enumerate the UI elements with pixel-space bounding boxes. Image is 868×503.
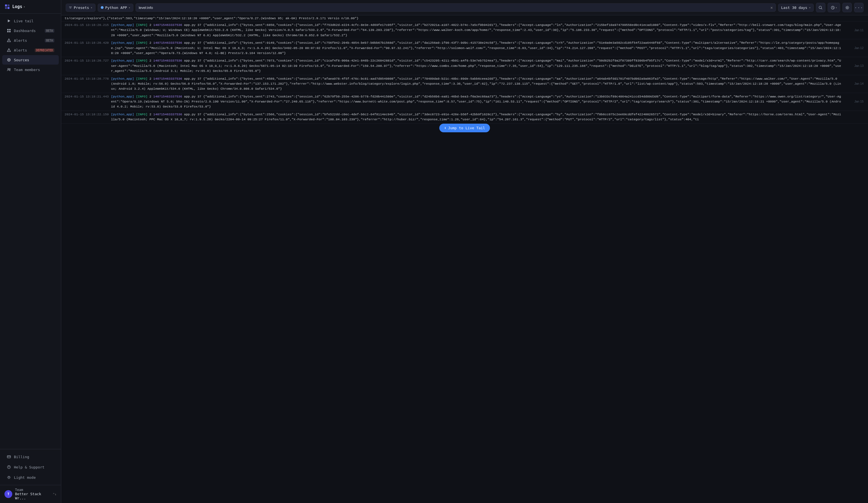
dashboards-icon — [7, 28, 11, 33]
svg-rect-17 — [7, 456, 11, 458]
settings-button[interactable] — [843, 3, 852, 12]
sidebar-item-alerts-deprecated[interactable]: Alerts DEPRECATED — [2, 45, 59, 55]
date-separator: Jan 15 — [854, 99, 864, 104]
table-row: 2024-01-15 13:18:20.215 [python_app] [IN… — [61, 21, 868, 39]
clock-icon — [831, 6, 835, 10]
search-icon — [818, 6, 823, 10]
sidebar-item-dashboards[interactable]: Dashboards BETA — [2, 26, 59, 35]
app-selector-button[interactable]: Python APP ▾ — [98, 4, 133, 12]
clock-button[interactable]: ▾ — [828, 3, 840, 12]
sidebar-header: Logs ▾ — [0, 0, 61, 14]
app-chevron-icon: ▾ — [128, 6, 130, 9]
team-members-icon — [7, 68, 11, 72]
svg-point-14 — [8, 59, 9, 60]
log-first-partial: ts/category/explore"},{"status":503,"tim… — [61, 15, 868, 21]
sidebar-nav: Live tail Dashboards BETA — [0, 14, 61, 449]
log-content[interactable]: ts/category/explore"},{"status":503,"tim… — [61, 15, 868, 503]
alerts-beta-badge: BETA — [45, 39, 54, 42]
table-row: 2024-01-15 13:18:20.727 [python_app] [IN… — [61, 57, 868, 75]
sidebar-item-team-members[interactable]: Team members — [2, 65, 59, 74]
search-bar: ✕ — [136, 3, 776, 12]
svg-marker-4 — [8, 20, 10, 22]
date-separator: Jan 14 — [854, 81, 864, 86]
sidebar-bottom: Billing Help & Support — [0, 449, 61, 485]
jump-btn-container: ⬇ Jump to Live Tail — [61, 124, 868, 132]
date-separator: Jan 12 — [854, 46, 864, 51]
log-timestamp: 2024-01-15 13:18:22.159 — [61, 112, 111, 122]
more-button[interactable]: ··· — [854, 3, 864, 12]
svg-rect-2 — [5, 7, 7, 9]
svg-point-12 — [9, 51, 9, 51]
log-timestamp: 2024-01-15 13:18:20.215 — [61, 22, 111, 38]
time-range-chevron-icon: ▾ — [809, 6, 811, 9]
alerts-deprecated-icon — [7, 48, 11, 52]
jump-to-live-tail-button[interactable]: ⬇ Jump to Live Tail — [439, 124, 490, 132]
log-timestamp: 2024-01-15 13:18:20.420 — [61, 40, 111, 56]
team-chevron-icon: ⌃↓ — [53, 492, 56, 496]
log-timestamp: 2024-01-15 13:18:20.778 — [61, 76, 111, 92]
log-body: [python_app] [INFO] 2 140715463337536 ap… — [111, 40, 864, 56]
team-avatar: T — [4, 490, 12, 498]
svg-rect-31 — [70, 8, 71, 8]
svg-point-37 — [847, 7, 848, 8]
svg-line-28 — [10, 476, 10, 476]
date-separator: Jan 11 — [854, 28, 864, 33]
presets-button[interactable]: Presets ▾ — [66, 4, 95, 12]
app-title: Logs ▾ — [12, 4, 25, 9]
svg-point-16 — [9, 69, 11, 70]
presets-chevron-icon: ▾ — [91, 6, 92, 9]
log-body: [python_app] [INFO] 2 140715463337536 ap… — [111, 76, 864, 92]
gear-icon — [845, 6, 849, 10]
svg-point-15 — [8, 69, 9, 70]
jump-icon: ⬇ — [444, 126, 446, 130]
presets-icon — [69, 6, 72, 9]
title-chevron-icon: ▾ — [23, 5, 25, 8]
sidebar-item-light-mode[interactable]: Light mode — [2, 472, 59, 482]
table-row: 2024-01-15 13:18:20.778 [python_app] [IN… — [61, 75, 868, 93]
log-body: [python_app] [INFO] 2 140715463337536 ap… — [111, 22, 864, 38]
svg-rect-8 — [9, 31, 11, 32]
log-body: [python_app] [INFO] 2 140715463337536 ap… — [111, 112, 864, 122]
time-range-button[interactable]: Last 30 days ▾ — [778, 4, 814, 12]
table-row: 2024-01-15 13:18:22.159 [python_app] [IN… — [61, 111, 868, 124]
search-button[interactable] — [816, 3, 825, 12]
svg-point-20 — [9, 468, 9, 468]
team-info: Team Better Stack Wr... — [15, 488, 50, 500]
log-timestamp: 2024-01-15 13:18:20.727 — [61, 58, 111, 73]
team-section[interactable]: T Team Better Stack Wr... ⌃↓ — [0, 485, 61, 503]
svg-line-27 — [10, 478, 10, 479]
dashboards-badge: BETA — [45, 29, 54, 33]
svg-line-33 — [821, 8, 822, 9]
svg-rect-6 — [9, 29, 11, 30]
log-timestamp: 2024-01-15 13:18:21.443 — [61, 94, 111, 110]
sidebar-item-live-tail[interactable]: Live tail — [2, 16, 59, 25]
svg-rect-5 — [7, 29, 9, 30]
sidebar: Logs ▾ Live tail Dashboard — [0, 0, 61, 503]
search-input[interactable] — [138, 6, 768, 10]
sidebar-item-help[interactable]: Help & Support — [2, 462, 59, 472]
app-dot-icon — [101, 6, 104, 9]
date-separator: Jan 13 — [854, 63, 864, 69]
svg-rect-1 — [8, 4, 9, 7]
clear-search-button[interactable]: ✕ — [771, 5, 773, 10]
sidebar-item-sources[interactable]: Sources — [2, 55, 59, 65]
main-content: Presets ▾ Python APP ▾ ✕ Last 30 days ▾ — [61, 0, 868, 503]
svg-rect-3 — [8, 7, 9, 9]
app-logo-icon — [4, 4, 10, 9]
sources-icon — [7, 58, 11, 62]
light-mode-icon — [7, 475, 11, 480]
log-body: [python_app] [INFO] 2 140715463337536 ap… — [111, 58, 864, 73]
live-tail-icon — [7, 19, 11, 23]
alerts-beta-icon — [7, 38, 11, 43]
billing-icon — [7, 454, 11, 459]
more-icon: ··· — [854, 5, 863, 10]
alerts-deprecated-badge: DEPRECATED — [35, 49, 54, 52]
svg-point-21 — [8, 476, 10, 478]
svg-rect-0 — [5, 4, 7, 7]
sidebar-item-billing[interactable]: Billing — [2, 452, 59, 462]
help-icon — [7, 465, 11, 469]
svg-rect-30 — [69, 7, 72, 7]
log-body: [python_app] [INFO] 2 140715463337536 ap… — [111, 94, 864, 110]
svg-rect-7 — [7, 31, 9, 32]
sidebar-item-alerts-beta[interactable]: Alerts BETA — [2, 35, 59, 45]
